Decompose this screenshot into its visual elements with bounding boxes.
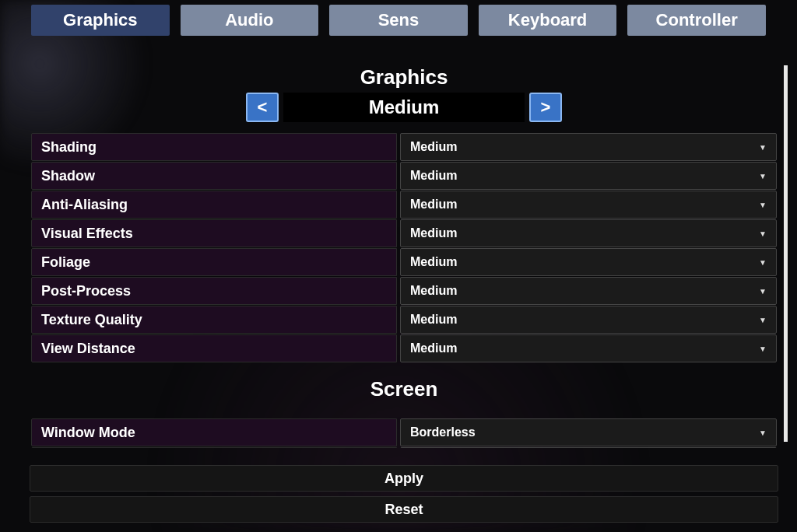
chevron-down-icon: ▼ <box>759 287 767 296</box>
setting-label: Shadow <box>31 162 397 190</box>
resolution-select[interactable]: 3360x2100 5:3 ▼ <box>400 447 777 448</box>
setting-row: Texture Quality Medium ▼ <box>31 306 777 334</box>
screen-section-title: Screen <box>30 377 778 401</box>
tab-controller[interactable]: Controller <box>627 5 766 36</box>
scrollbar-thumb[interactable] <box>784 65 788 442</box>
setting-row: View Distance Medium ▼ <box>31 334 777 362</box>
setting-row: Anti-Aliasing Medium ▼ <box>31 191 777 219</box>
preset-value: Medium <box>283 93 525 122</box>
setting-row: Shading Medium ▼ <box>31 133 777 161</box>
select-value: Medium <box>410 140 457 154</box>
chevron-down-icon: ▼ <box>759 429 767 437</box>
tab-audio[interactable]: Audio <box>181 5 319 36</box>
chevron-down-icon: ▼ <box>759 172 767 180</box>
apply-button[interactable]: Apply <box>30 465 778 492</box>
window-mode-select[interactable]: Borderless ▼ <box>400 418 777 446</box>
setting-label: Shading <box>31 133 397 161</box>
shadow-select[interactable]: Medium ▼ <box>400 162 777 190</box>
chevron-down-icon: ▼ <box>759 229 767 238</box>
setting-label: Post-Process <box>31 277 397 305</box>
select-value: Medium <box>410 341 457 355</box>
tab-sens[interactable]: Sens <box>329 5 468 36</box>
select-value: Medium <box>410 255 457 269</box>
preset-prev-button[interactable]: < <box>246 93 279 122</box>
tab-keyboard[interactable]: Keyboard <box>479 5 617 36</box>
visual-effects-select[interactable]: Medium ▼ <box>400 219 777 247</box>
anti-aliasing-select[interactable]: Medium ▼ <box>400 191 777 219</box>
view-distance-select[interactable]: Medium ▼ <box>400 334 777 362</box>
setting-label: Resolution <box>31 447 397 448</box>
tab-graphics[interactable]: Graphics <box>31 5 170 36</box>
setting-row: Visual Effects Medium ▼ <box>31 219 777 247</box>
chevron-down-icon: ▼ <box>759 345 767 353</box>
setting-label: Visual Effects <box>31 219 397 247</box>
graphics-settings-list: Shading Medium ▼ Shadow Medium ▼ Anti-Al… <box>30 133 778 362</box>
select-value: Medium <box>410 226 457 240</box>
settings-scroll-area: Graphics < Medium > Shading Medium ▼ Sha… <box>30 65 778 448</box>
setting-label: View Distance <box>31 334 397 362</box>
shading-select[interactable]: Medium ▼ <box>400 133 777 161</box>
setting-row: Foliage Medium ▼ <box>31 248 777 276</box>
setting-label: Anti-Aliasing <box>31 191 397 219</box>
post-process-select[interactable]: Medium ▼ <box>400 277 777 305</box>
reset-button[interactable]: Reset <box>30 496 778 523</box>
select-value: Medium <box>410 313 457 327</box>
footer-buttons: Apply Reset <box>30 460 778 523</box>
select-value: Medium <box>410 198 457 212</box>
tab-bar: Graphics Audio Sens Keyboard Controller <box>0 0 797 36</box>
setting-label: Foliage <box>31 248 397 276</box>
texture-quality-select[interactable]: Medium ▼ <box>400 306 777 334</box>
preset-next-button[interactable]: > <box>529 93 562 122</box>
chevron-down-icon: ▼ <box>759 316 767 324</box>
screen-settings-list: Window Mode Borderless ▼ Resolution 3360… <box>30 418 778 448</box>
setting-label: Texture Quality <box>31 306 397 334</box>
setting-row: Post-Process Medium ▼ <box>31 277 777 305</box>
scrollbar[interactable] <box>784 65 788 442</box>
graphics-preset-stepper: < Medium > <box>30 93 778 122</box>
select-value: Borderless <box>410 425 476 439</box>
setting-label: Window Mode <box>31 418 397 446</box>
chevron-down-icon: ▼ <box>759 201 767 209</box>
select-value: Medium <box>410 169 457 183</box>
select-value: Medium <box>410 284 457 298</box>
chevron-down-icon: ▼ <box>759 258 767 267</box>
setting-row: Shadow Medium ▼ <box>31 162 777 190</box>
setting-row: Window Mode Borderless ▼ <box>31 418 777 446</box>
setting-row: Resolution 3360x2100 5:3 ▼ <box>31 447 777 448</box>
graphics-section-title: Graphics <box>30 65 778 89</box>
foliage-select[interactable]: Medium ▼ <box>400 248 777 276</box>
chevron-down-icon: ▼ <box>759 143 767 152</box>
